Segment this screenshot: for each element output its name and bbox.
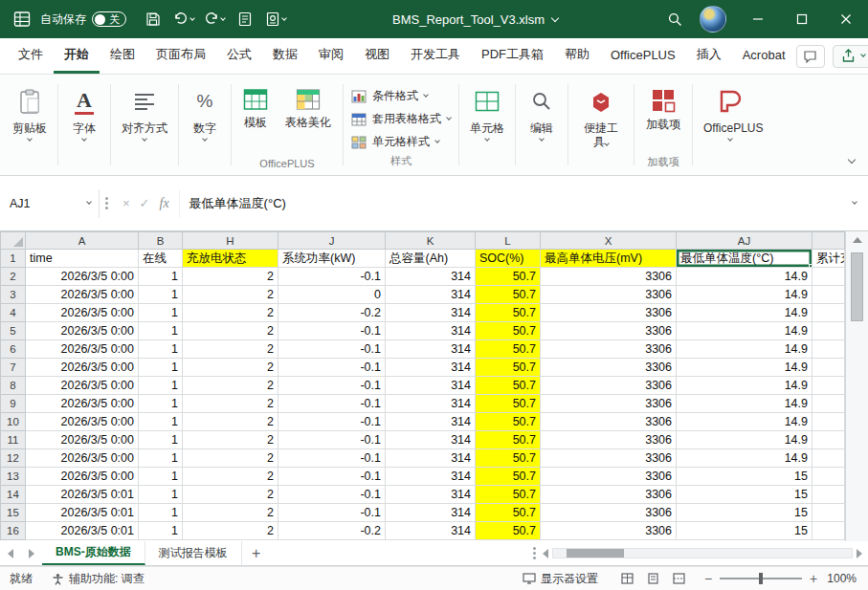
minimize-button[interactable] bbox=[736, 0, 780, 38]
row-header-16[interactable]: 16 bbox=[1, 522, 26, 540]
row-header-4[interactable]: 4 bbox=[1, 304, 26, 322]
cell-H1[interactable]: 充放电状态 bbox=[183, 250, 278, 268]
cell-X16[interactable]: 3306 bbox=[541, 522, 677, 540]
cell-B14[interactable]: 1 bbox=[139, 486, 183, 504]
cancel-entry-button[interactable]: × bbox=[122, 196, 130, 210]
cell-B11[interactable]: 1 bbox=[139, 431, 183, 449]
cell-A7[interactable]: 2026/3/5 0:00 bbox=[26, 359, 139, 377]
cell-X2[interactable]: 3306 bbox=[541, 268, 677, 286]
cell-X4[interactable]: 3306 bbox=[541, 304, 677, 322]
cell-H8[interactable]: 2 bbox=[183, 377, 278, 395]
row-header-14[interactable]: 14 bbox=[1, 486, 26, 504]
cell-K16[interactable]: 314 bbox=[386, 522, 476, 540]
menu-tab-页面布局[interactable]: 页面布局 bbox=[145, 38, 216, 74]
cell-A11[interactable]: 2026/3/5 0:00 bbox=[26, 431, 139, 449]
cell-L11[interactable]: 50.7 bbox=[476, 431, 541, 449]
cell-L16[interactable]: 50.7 bbox=[476, 522, 541, 540]
quick-access-button-1[interactable] bbox=[232, 6, 258, 33]
cell-partial8[interactable] bbox=[812, 377, 845, 395]
zoom-slider[interactable] bbox=[720, 578, 802, 579]
cell-X1[interactable]: 最高单体电压(mV) bbox=[541, 250, 677, 268]
cell-partial10[interactable] bbox=[812, 413, 845, 431]
display-settings-button[interactable]: 显示器设置 bbox=[513, 571, 608, 587]
menu-tab-插入[interactable]: 插入 bbox=[686, 38, 732, 74]
cell-K12[interactable]: 314 bbox=[386, 449, 476, 468]
sheet-tab-bms-raw-data[interactable]: BMS-原始数据 bbox=[42, 541, 145, 565]
cell-L9[interactable]: 50.7 bbox=[476, 395, 541, 413]
menu-tab-PDF工具箱[interactable]: PDF工具箱 bbox=[471, 38, 554, 74]
cell-AJ9[interactable]: 14.9 bbox=[677, 395, 812, 413]
share-button[interactable] bbox=[833, 45, 868, 68]
cell-partial3[interactable] bbox=[812, 286, 845, 304]
ribbon-collapse-button[interactable] bbox=[849, 152, 855, 165]
sheet-tab-test-report-template[interactable]: 测试报告模板 bbox=[145, 541, 242, 565]
cell-X13[interactable]: 3306 bbox=[541, 468, 677, 486]
cell-J6[interactable]: -0.1 bbox=[278, 340, 386, 359]
maximize-button[interactable] bbox=[780, 0, 824, 38]
column-header-H[interactable]: H bbox=[183, 232, 278, 250]
cell-styles-button[interactable]: 单元格样式 bbox=[347, 132, 443, 152]
cell-K10[interactable]: 314 bbox=[386, 413, 476, 431]
cell-A9[interactable]: 2026/3/5 0:00 bbox=[26, 395, 139, 413]
cell-A12[interactable]: 2026/3/5 0:00 bbox=[26, 449, 139, 468]
cell-L3[interactable]: 50.7 bbox=[476, 286, 541, 304]
column-header-AJ[interactable]: AJ bbox=[677, 232, 812, 250]
zoom-out-button[interactable]: − bbox=[704, 571, 712, 586]
menu-tab-开发工具[interactable]: 开发工具 bbox=[400, 38, 471, 74]
cell-B2[interactable]: 1 bbox=[139, 268, 183, 286]
cell-partial4[interactable] bbox=[812, 304, 845, 322]
editing-group-button[interactable]: 编辑 bbox=[520, 78, 564, 175]
cell-J14[interactable]: -0.1 bbox=[278, 486, 386, 504]
insert-function-button[interactable]: fx bbox=[160, 196, 169, 211]
cell-X15[interactable]: 3306 bbox=[541, 504, 677, 522]
cell-K9[interactable]: 314 bbox=[386, 395, 476, 413]
cell-A6[interactable]: 2026/3/5 0:00 bbox=[26, 340, 139, 359]
horizontal-scroll-thumb[interactable] bbox=[567, 549, 624, 557]
cell-partial11[interactable] bbox=[812, 431, 845, 449]
cell-H6[interactable]: 2 bbox=[183, 340, 278, 359]
cell-H4[interactable]: 2 bbox=[183, 304, 278, 322]
column-header-B[interactable]: B bbox=[139, 232, 183, 250]
user-avatar[interactable] bbox=[700, 6, 726, 33]
cell-B10[interactable]: 1 bbox=[139, 413, 183, 431]
undo-button[interactable] bbox=[170, 6, 197, 33]
cell-L10[interactable]: 50.7 bbox=[476, 413, 541, 431]
cell-B16[interactable]: 1 bbox=[139, 522, 183, 540]
cells-group-button[interactable]: 单元格 bbox=[463, 78, 511, 175]
cell-L6[interactable]: 50.7 bbox=[476, 340, 541, 359]
cell-H10[interactable]: 2 bbox=[183, 413, 278, 431]
cell-J10[interactable]: -0.1 bbox=[278, 413, 386, 431]
comments-button[interactable] bbox=[796, 45, 825, 68]
cell-B3[interactable]: 1 bbox=[139, 286, 183, 304]
cell-J9[interactable]: -0.1 bbox=[278, 395, 386, 413]
cell-X3[interactable]: 3306 bbox=[541, 286, 677, 304]
cell-AJ11[interactable]: 14.9 bbox=[677, 431, 812, 449]
cell-H16[interactable]: 2 bbox=[183, 522, 278, 540]
format-as-table-button[interactable]: 套用表格格式 bbox=[347, 109, 455, 129]
column-header-A[interactable]: A bbox=[26, 232, 139, 250]
row-header-1[interactable]: 1 bbox=[1, 250, 26, 268]
cell-J1[interactable]: 系统功率(kW) bbox=[278, 250, 386, 268]
cell-A10[interactable]: 2026/3/5 0:00 bbox=[26, 413, 139, 431]
cell-AJ1[interactable]: 最低单体温度(°C) bbox=[677, 250, 812, 268]
cell-H14[interactable]: 2 bbox=[183, 486, 278, 504]
cell-B12[interactable]: 1 bbox=[139, 449, 183, 468]
cell-J5[interactable]: -0.1 bbox=[278, 322, 386, 340]
cell-partial2[interactable] bbox=[812, 268, 845, 286]
cell-B13[interactable]: 1 bbox=[139, 468, 183, 486]
scroll-up-button[interactable] bbox=[846, 231, 868, 249]
cell-AJ15[interactable]: 15 bbox=[677, 504, 812, 522]
cell-AJ2[interactable]: 14.9 bbox=[677, 268, 812, 286]
cell-H13[interactable]: 2 bbox=[183, 468, 278, 486]
clipboard-group-button[interactable]: 剪贴板 bbox=[6, 78, 54, 175]
cell-partial6[interactable] bbox=[812, 340, 845, 359]
menu-tab-开始[interactable]: 开始 bbox=[54, 38, 100, 74]
quick-access-button-2[interactable] bbox=[262, 6, 289, 33]
autosave-toggle[interactable]: 自动保存 关 bbox=[40, 11, 126, 28]
cell-K14[interactable]: 314 bbox=[386, 486, 476, 504]
sheet-options-button[interactable] bbox=[525, 541, 543, 565]
sheet-nav-right-button[interactable] bbox=[21, 541, 42, 565]
sheet-nav-left-button[interactable] bbox=[0, 541, 21, 565]
formula-bar-expand-button[interactable] bbox=[841, 203, 868, 204]
row-header-7[interactable]: 7 bbox=[1, 359, 26, 377]
